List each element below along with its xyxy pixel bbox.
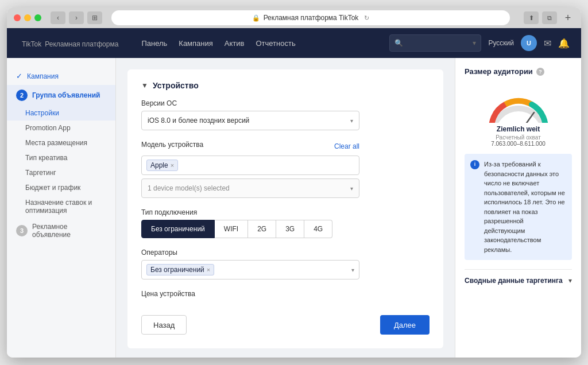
app-container: TikTokРекламная платформа Панель Кампани… bbox=[7, 28, 581, 358]
apple-tag: Apple × bbox=[146, 160, 178, 171]
minimize-traffic-light[interactable] bbox=[24, 14, 31, 21]
next-button[interactable]: Далее bbox=[380, 315, 430, 335]
operators-tag: Без ограничений × bbox=[146, 264, 214, 275]
back-nav-button[interactable]: ‹ bbox=[51, 11, 65, 24]
footer-actions: Назад Далее bbox=[141, 308, 430, 337]
page-url: Рекламная платформа TikTok bbox=[264, 14, 359, 22]
section-title: ▼ Устройство bbox=[141, 81, 430, 90]
back-button[interactable]: Назад bbox=[141, 315, 187, 335]
sidebar-adgroup-label: Группа объявлений bbox=[32, 91, 100, 99]
device-model-tags-input[interactable]: Apple × bbox=[141, 156, 359, 175]
os-version-group: Версии ОС iOS 8.0 и более поздних версий… bbox=[141, 99, 430, 130]
sidebar-item-adgroup[interactable]: 2 Группа объявлений bbox=[7, 85, 115, 106]
device-model-selected-text: 1 device model(s) selected bbox=[148, 184, 230, 192]
logo-text: TikTok bbox=[22, 40, 41, 48]
operators-arrow: ▾ bbox=[351, 267, 354, 273]
sidebar-sub-creative[interactable]: Тип креатива bbox=[7, 150, 115, 165]
messages-icon[interactable]: ✉ bbox=[544, 38, 551, 49]
conn-btn-4g[interactable]: 4G bbox=[304, 220, 332, 238]
sidebar-sub-promotion[interactable]: Promotion App bbox=[7, 121, 115, 135]
forward-nav-button[interactable]: › bbox=[69, 11, 84, 24]
logo-subtitle: Рекламная платформа bbox=[45, 40, 118, 48]
lock-icon: 🔒 bbox=[252, 14, 260, 22]
step2-circle: 2 bbox=[16, 90, 28, 101]
right-panel: Размер аудитории ? bbox=[455, 58, 581, 358]
address-bar[interactable]: 🔒 Рекламная платформа TikTok ↻ bbox=[111, 10, 510, 25]
refresh-icon[interactable]: ↻ bbox=[364, 14, 369, 22]
sidebar: ✓ Кампания 2 Группа объявлений Настройки… bbox=[7, 58, 116, 358]
device-model-label-row: Модель устройства Clear all bbox=[141, 141, 359, 152]
new-tab-button[interactable]: + bbox=[562, 11, 574, 24]
search-dropdown-arrow: ▾ bbox=[473, 39, 476, 47]
sidebar-item-campaign[interactable]: ✓ Кампания bbox=[7, 67, 115, 85]
close-traffic-light[interactable] bbox=[14, 14, 21, 21]
operators-label: Операторы bbox=[141, 248, 430, 257]
connection-group: Тип подключения Без ограничений WIFI 2G … bbox=[141, 208, 430, 238]
nav-reporting[interactable]: Отчетность bbox=[256, 37, 295, 50]
device-model-select[interactable]: 1 device model(s) selected ▾ bbox=[141, 178, 359, 198]
gauge-label: Ziemlich weit bbox=[497, 125, 540, 133]
sidebar-campaign-label: Кампания bbox=[27, 72, 59, 80]
notifications-icon[interactable]: 🔔 bbox=[558, 38, 570, 49]
window-button[interactable]: ⧉ bbox=[542, 11, 557, 24]
browser-titlebar: ‹ › ⊞ 🔒 Рекламная платформа TikTok ↻ ⬆ ⧉… bbox=[7, 7, 581, 28]
gauge-wrap bbox=[484, 83, 553, 123]
conn-btn-unlimited[interactable]: Без ограничений bbox=[141, 220, 215, 238]
maximize-traffic-light[interactable] bbox=[34, 14, 41, 21]
nav-panel[interactable]: Панель bbox=[141, 37, 167, 50]
connection-label: Тип подключения bbox=[141, 208, 430, 216]
top-search[interactable]: 🔍 ▾ bbox=[389, 34, 481, 52]
summary-arrow[interactable]: ▾ bbox=[568, 277, 572, 285]
collapse-icon[interactable]: ▼ bbox=[141, 81, 148, 90]
sidebar-ad-label: Рекламное объявление bbox=[32, 223, 106, 239]
language-button[interactable]: Русский bbox=[488, 39, 514, 47]
user-avatar[interactable]: U bbox=[521, 35, 537, 51]
nav-campaign[interactable]: Кампания bbox=[179, 37, 213, 50]
device-title: Устройство bbox=[153, 81, 199, 90]
audience-title: Размер аудитории ? bbox=[465, 67, 572, 76]
info-text: Из-за требований к безопасности данных э… bbox=[484, 160, 566, 254]
traffic-lights bbox=[14, 14, 41, 21]
content-area: ▼ Устройство Версии ОС iOS 8.0 и более п… bbox=[116, 58, 455, 358]
operators-field[interactable]: Без ограничений × ▾ bbox=[141, 260, 359, 279]
browser-actions: ⬆ ⧉ bbox=[524, 11, 557, 24]
os-label: Версии ОС bbox=[141, 99, 430, 107]
device-model-group: Модель устройства Clear all Apple × 1 de… bbox=[141, 141, 430, 198]
device-section-card: ▼ Устройство Версии ОС iOS 8.0 и более п… bbox=[127, 69, 443, 348]
audience-title-text: Размер аудитории bbox=[465, 67, 533, 76]
gauge-sublabel: Расчетный охват bbox=[496, 134, 540, 141]
audience-info-icon[interactable]: ? bbox=[536, 68, 544, 76]
sidebar-sub-settings[interactable]: Настройки bbox=[7, 106, 115, 121]
device-model-label: Модель устройства bbox=[141, 141, 203, 149]
conn-btn-3g[interactable]: 3G bbox=[276, 220, 304, 238]
sidebar-sub-budget[interactable]: Бюджет и график bbox=[7, 180, 115, 195]
os-select[interactable]: iOS 8.0 и более поздних версий ▾ bbox=[141, 111, 359, 130]
price-label: Цена устройства bbox=[141, 290, 430, 298]
summary-title: Сводные данные таргетинга bbox=[465, 277, 563, 285]
os-value: iOS 8.0 и более поздних версий bbox=[148, 117, 249, 125]
topbar: TikTokРекламная платформа Панель Кампани… bbox=[7, 28, 581, 58]
logo: TikTokРекламная платформа bbox=[18, 37, 118, 49]
device-model-arrow: ▾ bbox=[350, 185, 353, 192]
operators-tag-text: Без ограничений bbox=[150, 266, 204, 274]
browser-nav: ‹ › ⊞ bbox=[51, 11, 102, 24]
share-button[interactable]: ⬆ bbox=[524, 11, 539, 24]
apple-tag-remove[interactable]: × bbox=[171, 162, 174, 169]
tab-view-button[interactable]: ⊞ bbox=[87, 11, 102, 24]
connection-buttons: Без ограничений WIFI 2G 3G 4G bbox=[141, 220, 359, 238]
sidebar-sub-bidding[interactable]: Назначение ставок и оптимизация bbox=[7, 195, 115, 218]
nav-asset[interactable]: Актив bbox=[225, 37, 245, 50]
gauge-range: 7.063.000–8.611.000 bbox=[491, 141, 546, 147]
conn-btn-2g[interactable]: 2G bbox=[248, 220, 276, 238]
operators-tag-remove[interactable]: × bbox=[207, 266, 210, 273]
sidebar-sub-targeting[interactable]: Таргетинг bbox=[7, 165, 115, 180]
gauge-svg bbox=[484, 83, 553, 123]
conn-btn-wifi[interactable]: WIFI bbox=[215, 220, 248, 238]
sidebar-sub-placements[interactable]: Места размещения bbox=[7, 135, 115, 150]
gauge-container: Ziemlich weit Расчетный охват 7.063.000–… bbox=[465, 83, 572, 147]
sidebar-item-ad[interactable]: 3 Рекламное объявление bbox=[7, 218, 115, 243]
apple-tag-text: Apple bbox=[150, 161, 168, 169]
clear-all-button[interactable]: Clear all bbox=[334, 142, 359, 150]
checkmark-icon: ✓ bbox=[16, 72, 22, 80]
info-number-badge: i bbox=[470, 160, 479, 169]
